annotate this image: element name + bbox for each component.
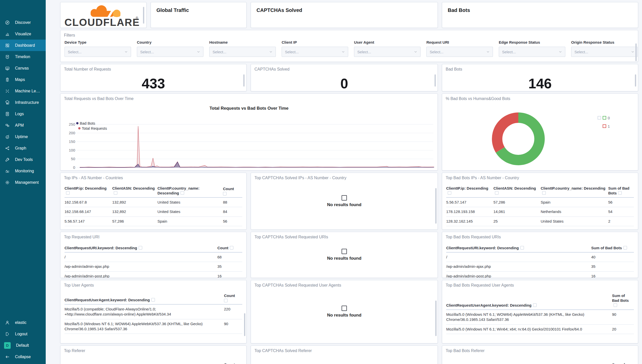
- panel-captchas-header: CAPTCHAs Solved: [251, 2, 438, 28]
- donut-chart[interactable]: [442, 94, 638, 171]
- sidebar-item-timelion[interactable]: Timelion: [0, 51, 46, 62]
- device-type-select[interactable]: Select...: [65, 47, 131, 57]
- scrollbar[interactable]: [435, 188, 437, 224]
- sort-icon: [448, 191, 451, 195]
- top-badbot-ips-table: ClientIP.ip: Descending ClientASN: Desce…: [446, 184, 634, 226]
- origin-response-status-select[interactable]: Select...: [571, 47, 638, 57]
- column-header[interactable]: Count: [224, 292, 242, 304]
- column-header[interactable]: [65, 361, 224, 364]
- legend-item-0[interactable]: 0: [598, 115, 610, 121]
- column-header[interactable]: ClientRequestURI.keyword: Descending: [65, 244, 217, 252]
- hostname-select[interactable]: Select...: [209, 47, 276, 57]
- sidebar-item-management[interactable]: Management: [0, 177, 46, 188]
- sidebar-item-discover[interactable]: Discover: [0, 17, 46, 28]
- sidebar-item-label: APM: [15, 123, 24, 128]
- column-header[interactable]: Sum of Bad Bots: [608, 184, 634, 197]
- panel-top-badbot-user-agents: Top Bad Bots Requested User Agents Clien…: [442, 280, 638, 343]
- sidebar-item-infrastructure[interactable]: Infrastructure: [0, 97, 46, 108]
- top-badbot-uri-table: ClientRequestURI.keyword: Descending Sum…: [446, 244, 634, 278]
- column-header[interactable]: Sum of Bad Bots: [591, 244, 634, 252]
- column-header[interactable]: ClientIP.country_name: Descending: [541, 184, 608, 197]
- sidebar-item-space-default[interactable]: DDefault: [0, 340, 46, 351]
- column-header[interactable]: ClientRequestUserAgent.keyword: Descendi…: [446, 292, 612, 310]
- client-ip-select[interactable]: Select...: [282, 47, 348, 57]
- sidebar-item-maps[interactable]: Maps: [0, 74, 46, 85]
- username: elastic: [15, 320, 26, 325]
- column-header[interactable]: ClientIP.ip: Descending: [65, 184, 112, 197]
- column-header[interactable]: [446, 361, 612, 364]
- collapse-label: Collapse: [15, 355, 31, 359]
- country-select[interactable]: Select...: [137, 47, 203, 57]
- filter-label: Client IP: [282, 40, 348, 44]
- sidebar-item-label: Dev Tools: [15, 157, 33, 162]
- sort-icon: [495, 191, 499, 195]
- scrollbar[interactable]: [635, 43, 637, 61]
- request-uri-select[interactable]: Select...: [426, 47, 493, 57]
- sidebar-item-dev-tools[interactable]: Dev Tools: [0, 154, 46, 165]
- panel-captchas-metric: CAPTCHAs Solved 0: [251, 64, 438, 91]
- column-header[interactable]: ClientIP.country_name: Descending: [157, 184, 223, 197]
- panel-title: Total Requests vs Bad Bots Over Time: [60, 94, 438, 101]
- filter-hostname: Hostname Select...: [209, 40, 276, 57]
- panel-title: Top User Agents: [60, 280, 246, 288]
- filters-title: Filters: [60, 30, 638, 38]
- column-header[interactable]: Count: [217, 244, 242, 252]
- line-chart[interactable]: 05010015020025017:0018:0019:0020:0021:00…: [60, 101, 438, 171]
- sort-icon: [614, 303, 617, 307]
- sidebar-item-canvas[interactable]: Canvas: [0, 62, 46, 74]
- sidebar-item-logs[interactable]: Logs: [0, 108, 46, 120]
- column-header[interactable]: Count: [224, 361, 242, 364]
- visualize-icon: [5, 32, 10, 36]
- sidebar-item-visualize[interactable]: Visualize: [0, 28, 46, 40]
- column-header[interactable]: Sum of Bad Bots: [612, 361, 634, 364]
- table-row: Mozilla/5.0 (Windows NT 6.1; WOW64) Appl…: [65, 319, 242, 334]
- scrollbar[interactable]: [635, 74, 636, 87]
- sidebar-item-apm[interactable]: APM: [0, 120, 46, 131]
- sidebar-item-uptime[interactable]: Uptime: [0, 131, 46, 142]
- column-header[interactable]: ClientRequestURI.keyword: Descending: [446, 244, 591, 252]
- column-header[interactable]: ClientIP.ip: Descending: [446, 184, 493, 197]
- chart-title: Total Requests vs Bad Bots Over Time: [60, 106, 438, 111]
- registered-mark: ®: [136, 16, 138, 20]
- bad-bots-title: Bad Bots: [442, 2, 638, 13]
- table-row: Mozilla/5.0 (Windows NT 6.1; WOW64) Appl…: [446, 310, 634, 324]
- column-header[interactable]: Sum of Bad Bots: [612, 292, 634, 310]
- panel-top-referer: Top Referer Count: [60, 345, 247, 364]
- legend-swatch-green: [603, 116, 606, 120]
- scrollbar[interactable]: [244, 313, 245, 336]
- scrollbar[interactable]: [243, 74, 245, 87]
- user-agent-select[interactable]: Select...: [354, 47, 421, 57]
- scrollbar[interactable]: [143, 7, 144, 24]
- panel-top-ips: Top IPs - AS Number - Countries ClientIP…: [60, 173, 247, 230]
- sidebar-item-collapse[interactable]: Collapse: [0, 351, 46, 362]
- legend-item-bad-bots[interactable]: Bad Bots: [76, 121, 107, 126]
- sidebar-item-machine-learning[interactable]: Machine Le…: [0, 85, 46, 97]
- space-label: Default: [16, 343, 29, 348]
- sidebar-item-monitoring[interactable]: Monitoring: [0, 165, 46, 177]
- table-row: /68: [65, 252, 242, 262]
- metric-title: Total Number of Requests: [60, 64, 246, 72]
- legend-item-1[interactable]: 1: [603, 123, 610, 129]
- sidebar-item-graph[interactable]: Graph: [0, 142, 46, 154]
- panel-title: Top Requested URI: [60, 232, 246, 239]
- sidebar-item-label: Canvas: [15, 66, 29, 71]
- column-header[interactable]: ClientASN: Descending: [493, 184, 541, 197]
- sidebar-item-dashboard[interactable]: Dashboard: [0, 40, 46, 51]
- column-header[interactable]: ClientRequestUserAgent.keyword: Descendi…: [65, 292, 224, 304]
- sidebar-item-user[interactable]: elastic: [0, 317, 46, 328]
- legend-item-total-requests[interactable]: Total Requests: [78, 126, 107, 131]
- table-row: /wp-admin/admin-post.php16: [65, 271, 242, 278]
- table-row: 178.128.193.15814,061Netherlands54: [446, 207, 634, 217]
- scrollbar[interactable]: [435, 74, 436, 87]
- metric-title: CAPTCHAs Solved: [251, 64, 438, 72]
- sidebar-item-logout[interactable]: Logout: [0, 328, 46, 340]
- column-header[interactable]: Count: [223, 184, 242, 197]
- sort-icon: [224, 299, 228, 302]
- column-header[interactable]: ClientASN: Descending: [112, 184, 157, 197]
- sidebar-item-label: Machine Le…: [15, 89, 40, 93]
- apm-icon: [5, 123, 10, 128]
- scrollbar[interactable]: [435, 301, 437, 336]
- panel-title: Top Bad Bots IPs - AS Number - Country: [442, 173, 638, 180]
- edge-response-status-select[interactable]: Select...: [499, 47, 565, 57]
- timelion-icon: [5, 55, 10, 59]
